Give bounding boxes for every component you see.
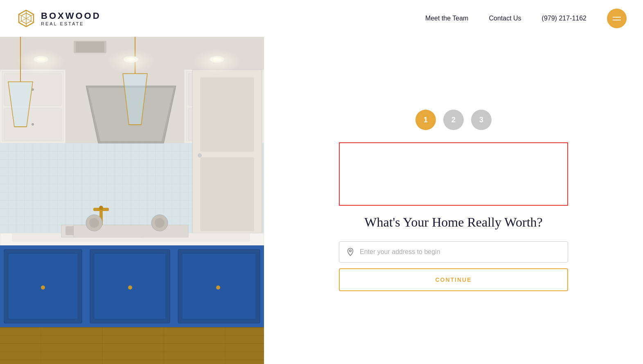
svg-point-83 bbox=[155, 218, 165, 228]
form-content-box bbox=[339, 142, 568, 206]
menu-button[interactable] bbox=[607, 9, 627, 28]
svg-point-119 bbox=[192, 49, 241, 74]
svg-point-81 bbox=[89, 218, 99, 228]
main-nav: Meet the Team Contact Us (979) 217-1162 bbox=[425, 9, 627, 28]
kitchen-image-panel bbox=[0, 37, 264, 364]
kitchen-image bbox=[0, 37, 264, 364]
step-1[interactable]: 1 bbox=[415, 110, 436, 130]
svg-point-93 bbox=[128, 285, 132, 290]
svg-point-92 bbox=[41, 285, 45, 290]
step-2[interactable]: 2 bbox=[443, 110, 464, 130]
site-header: BOXWOOD REAL ESTATE Meet the Team Contac… bbox=[0, 0, 643, 37]
address-input[interactable] bbox=[360, 248, 561, 256]
logo-icon bbox=[16, 9, 36, 28]
svg-point-70 bbox=[198, 153, 202, 157]
nav-contact-us[interactable]: Contact Us bbox=[489, 15, 521, 22]
svg-point-120 bbox=[350, 250, 352, 252]
nav-phone: (979) 217-1162 bbox=[542, 15, 587, 22]
content-panel: 1 2 3 What's Your Home Really Worth? CON… bbox=[264, 37, 643, 364]
continue-button[interactable]: CONTINUE bbox=[339, 268, 568, 291]
svg-point-94 bbox=[216, 285, 220, 290]
logo-subtitle: REAL ESTATE bbox=[41, 21, 101, 26]
svg-point-118 bbox=[106, 49, 156, 74]
svg-point-13 bbox=[32, 123, 34, 126]
logo[interactable]: BOXWOOD REAL ESTATE bbox=[16, 9, 101, 28]
svg-rect-7 bbox=[76, 42, 104, 52]
logo-text: BOXWOOD REAL ESTATE bbox=[41, 11, 101, 26]
svg-rect-68 bbox=[201, 78, 254, 151]
nav-meet-team[interactable]: Meet the Team bbox=[425, 15, 469, 22]
svg-rect-69 bbox=[201, 157, 254, 231]
svg-rect-96 bbox=[0, 328, 264, 364]
svg-point-78 bbox=[99, 206, 103, 210]
location-icon bbox=[346, 247, 355, 256]
step-indicators: 1 2 3 bbox=[415, 110, 492, 130]
menu-line-2 bbox=[613, 20, 621, 20]
menu-line-1 bbox=[613, 17, 621, 18]
main-content: 1 2 3 What's Your Home Really Worth? CON… bbox=[0, 37, 643, 364]
form-heading: What's Your Home Really Worth? bbox=[364, 215, 542, 230]
logo-title: BOXWOOD bbox=[41, 11, 101, 21]
address-input-wrapper bbox=[339, 241, 568, 263]
svg-point-117 bbox=[16, 49, 65, 74]
step-3[interactable]: 3 bbox=[471, 110, 492, 130]
